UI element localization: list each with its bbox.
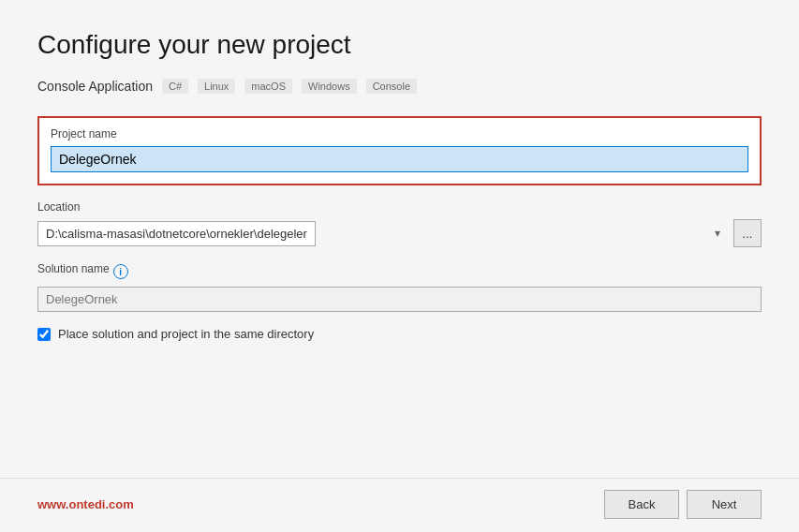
app-type-name: Console Application xyxy=(37,79,153,94)
brand-text: www.ontedi.com xyxy=(37,497,134,511)
main-content: Configure your new project Console Appli… xyxy=(0,0,799,478)
solution-name-input[interactable] xyxy=(37,287,762,312)
location-section: Location D:\calisma-masasi\dotnetcore\or… xyxy=(37,200,762,247)
tag-macos: macOS xyxy=(244,79,292,94)
page-title: Configure your new project xyxy=(37,30,762,60)
project-name-label: Project name xyxy=(51,127,748,140)
project-name-section: Project name xyxy=(37,116,762,185)
app-type-bar: Console Application C# Linux macOS Windo… xyxy=(37,79,762,94)
tag-linux: Linux xyxy=(198,79,235,94)
solution-name-section: Solution name i xyxy=(37,262,762,312)
project-name-input[interactable] xyxy=(51,146,748,172)
solution-name-label-row: Solution name i xyxy=(37,262,762,281)
location-select-wrapper: D:\calisma-masasi\dotnetcore\ornekler\de… xyxy=(37,221,728,246)
info-icon: i xyxy=(113,264,128,279)
solution-name-label: Solution name xyxy=(37,262,110,275)
back-button[interactable]: Back xyxy=(604,490,679,519)
checkbox-row: Place solution and project in the same d… xyxy=(37,327,762,341)
location-row: D:\calisma-masasi\dotnetcore\ornekler\de… xyxy=(37,219,762,247)
same-directory-checkbox[interactable] xyxy=(37,328,51,341)
footer: www.ontedi.com Back Next xyxy=(0,478,799,532)
footer-buttons: Back Next xyxy=(604,490,762,519)
location-label: Location xyxy=(37,200,762,214)
location-select[interactable]: D:\calisma-masasi\dotnetcore\ornekler\de… xyxy=(37,221,316,246)
tag-console: Console xyxy=(366,79,417,94)
tag-csharp: C# xyxy=(162,79,188,94)
same-directory-label[interactable]: Place solution and project in the same d… xyxy=(58,327,314,341)
browse-button[interactable]: ... xyxy=(733,219,762,247)
tag-windows: Windows xyxy=(302,79,357,94)
next-button[interactable]: Next xyxy=(687,490,762,519)
